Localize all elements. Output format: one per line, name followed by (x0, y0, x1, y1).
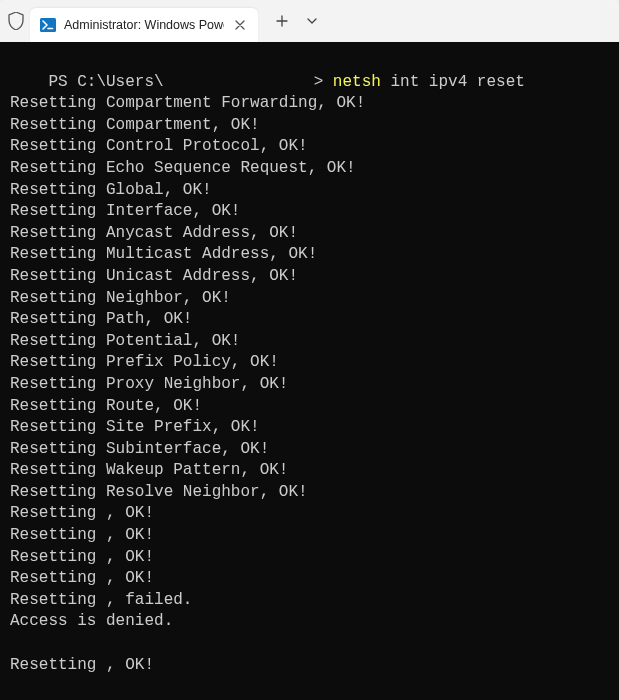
output-line: Resetting Unicast Address, OK! (10, 266, 609, 288)
output-line: Resetting Prefix Policy, OK! (10, 352, 609, 374)
output-line: Resetting , OK! (10, 503, 609, 525)
output-line: Resetting , OK! (10, 568, 609, 590)
powershell-icon (40, 17, 56, 33)
prompt-prefix: PS C:\Users\ (48, 73, 163, 91)
output-line: Resetting , OK! (10, 655, 609, 677)
output-line: Resetting , OK! (10, 525, 609, 547)
svg-rect-0 (40, 18, 56, 32)
tab-title: Administrator: Windows Powe (64, 18, 224, 32)
output-line: Resetting Multicast Address, OK! (10, 244, 609, 266)
shield-icon (8, 12, 24, 30)
new-tab-button[interactable] (268, 7, 296, 35)
tab-dropdown-button[interactable] (300, 7, 324, 35)
output-line: Resetting Anycast Address, OK! (10, 223, 609, 245)
output-line: Resetting Echo Sequence Request, OK! (10, 158, 609, 180)
output-line: Resetting Proxy Neighbor, OK! (10, 374, 609, 396)
output-line: Resetting Compartment, OK! (10, 115, 609, 137)
tab-close-button[interactable] (232, 17, 248, 33)
command-highlight: netsh (333, 73, 381, 91)
output-line: Resetting Route, OK! (10, 396, 609, 418)
prompt-suffix: > (314, 73, 333, 91)
output-line: Resetting Site Prefix, OK! (10, 417, 609, 439)
output-line: Resetting , OK! (10, 547, 609, 569)
output-line: Resetting Global, OK! (10, 180, 609, 202)
output-line: Resetting Neighbor, OK! (10, 288, 609, 310)
output-line: Resetting Interface, OK! (10, 201, 609, 223)
output-line: Resetting Potential, OK! (10, 331, 609, 353)
output-line: Resetting Compartment Forwarding, OK! (10, 93, 609, 115)
tab-active[interactable]: Administrator: Windows Powe (30, 8, 258, 42)
terminal-window: Administrator: Windows Powe PS C:\Users\… (0, 0, 619, 700)
output-line: Resetting Resolve Neighbor, OK! (10, 482, 609, 504)
command-rest: int ipv4 reset (381, 73, 525, 91)
terminal-output[interactable]: PS C:\Users\> netsh int ipv4 reset Reset… (0, 42, 619, 700)
output-lines: Resetting Compartment Forwarding, OK!Res… (10, 93, 609, 676)
output-line: Resetting Subinterface, OK! (10, 439, 609, 461)
redacted-username (164, 73, 314, 89)
output-line: Access is denied. (10, 611, 609, 633)
output-line: Resetting , failed. (10, 590, 609, 612)
tab-bar: Administrator: Windows Powe (0, 0, 619, 42)
output-line: Resetting Control Protocol, OK! (10, 136, 609, 158)
output-line (10, 633, 609, 655)
prompt-line: PS C:\Users\> netsh int ipv4 reset (48, 73, 524, 91)
output-line: Resetting Path, OK! (10, 309, 609, 331)
output-line: Resetting Wakeup Pattern, OK! (10, 460, 609, 482)
